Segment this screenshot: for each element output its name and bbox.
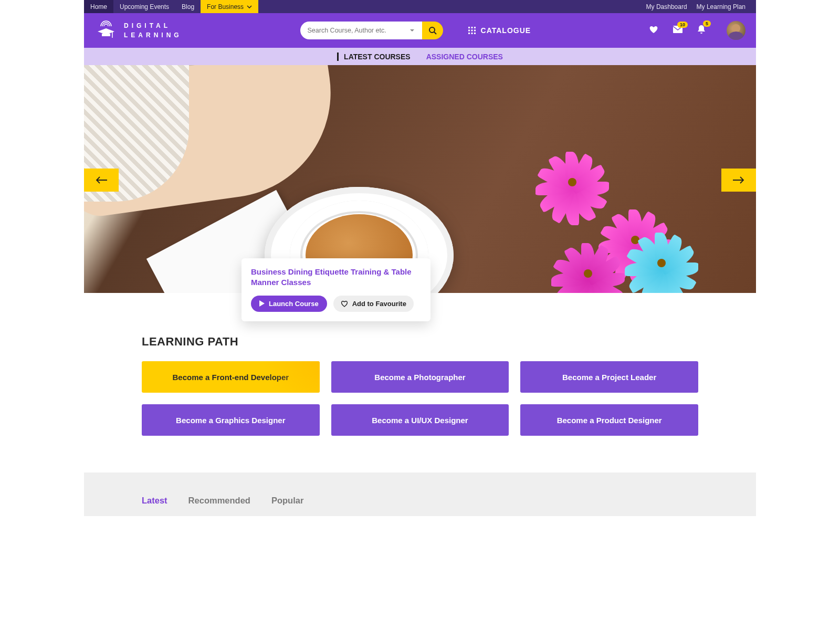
svg-rect-11 bbox=[471, 33, 472, 34]
topbar-left: Home Upcoming Events Blog For Business bbox=[84, 0, 258, 13]
notifications-button[interactable]: 5 bbox=[697, 25, 706, 36]
launch-course-label: Launch Course bbox=[269, 300, 319, 308]
path-card-uiux-designer[interactable]: Become a UI/UX Designer bbox=[331, 404, 509, 436]
avatar[interactable] bbox=[727, 21, 746, 40]
search bbox=[300, 22, 443, 39]
topbar-blog[interactable]: Blog bbox=[175, 0, 201, 13]
learning-path-heading: LEARNING PATH bbox=[142, 335, 698, 349]
heart-outline-icon bbox=[341, 300, 348, 307]
messages-badge: 10 bbox=[677, 22, 688, 28]
svg-rect-8 bbox=[471, 30, 472, 32]
topbar-home[interactable]: Home bbox=[84, 0, 113, 13]
path-card-photographer[interactable]: Become a Photographer bbox=[331, 361, 509, 393]
add-favourite-label: Add to Favourite bbox=[352, 300, 406, 308]
topbar-my-learning-plan[interactable]: My Learning Plan bbox=[697, 3, 746, 10]
search-box bbox=[300, 22, 422, 39]
logo[interactable]: DIGITAL LEARNING bbox=[94, 19, 182, 42]
arrow-right-icon bbox=[733, 176, 744, 184]
hero-course-title: Business Dining Etiquette Training & Tab… bbox=[251, 267, 421, 288]
notifications-badge: 5 bbox=[703, 20, 711, 27]
catalogue-label: CATALOGUE bbox=[481, 26, 531, 35]
chevron-down-icon bbox=[247, 5, 252, 8]
catalogue-link[interactable]: CATALOGUE bbox=[468, 26, 531, 35]
messages-button[interactable]: 10 bbox=[673, 26, 682, 35]
header-icons: 10 5 bbox=[649, 21, 746, 40]
svg-rect-12 bbox=[474, 33, 476, 34]
search-button[interactable] bbox=[422, 22, 443, 39]
filter-recommended[interactable]: Recommended bbox=[188, 496, 250, 506]
hero-flower bbox=[562, 235, 651, 293]
path-card-graphics-designer[interactable]: Become a Graphics Designer bbox=[142, 404, 320, 436]
svg-rect-9 bbox=[474, 30, 476, 32]
search-input[interactable] bbox=[308, 27, 410, 34]
launch-course-button[interactable]: Launch Course bbox=[251, 296, 327, 312]
topbar-my-dashboard[interactable]: My Dashboard bbox=[646, 3, 687, 10]
topbar: Home Upcoming Events Blog For Business M… bbox=[84, 0, 756, 13]
grid-icon bbox=[468, 27, 476, 34]
tab-latest-courses[interactable]: LATEST COURSES bbox=[337, 52, 411, 61]
svg-rect-4 bbox=[468, 27, 470, 28]
topbar-for-business-label: For Business bbox=[207, 3, 244, 10]
logo-text: DIGITAL LEARNING bbox=[124, 21, 182, 40]
svg-line-3 bbox=[434, 32, 436, 34]
logo-line2: LEARNING bbox=[124, 30, 182, 40]
add-favourite-button[interactable]: Add to Favourite bbox=[333, 296, 414, 312]
tab-assigned-courses[interactable]: ASSIGNED COURSES bbox=[426, 52, 503, 61]
search-icon bbox=[428, 26, 437, 35]
course-filter-section: Latest Recommended Popular bbox=[84, 472, 756, 516]
svg-rect-10 bbox=[468, 33, 470, 34]
path-card-frontend[interactable]: Become a Front-end Developer bbox=[142, 361, 320, 393]
path-card-product-designer[interactable]: Become a Product Designer bbox=[520, 404, 698, 436]
logo-line1: DIGITAL bbox=[124, 21, 182, 30]
svg-rect-0 bbox=[102, 34, 110, 36]
subnav: LATEST COURSES ASSIGNED COURSES bbox=[84, 48, 756, 65]
filter-tabs: Latest Recommended Popular bbox=[142, 496, 698, 506]
arrow-left-icon bbox=[96, 176, 107, 184]
caret-down-icon[interactable] bbox=[410, 29, 415, 32]
topbar-right: My Dashboard My Learning Plan bbox=[646, 0, 756, 13]
header: DIGITAL LEARNING CATALOGUE 10 5 bbox=[84, 13, 756, 48]
favourites-button[interactable] bbox=[649, 25, 658, 36]
heart-icon bbox=[649, 25, 658, 34]
svg-rect-6 bbox=[474, 27, 476, 28]
hero-card: Business Dining Etiquette Training & Tab… bbox=[242, 258, 430, 321]
filter-popular[interactable]: Popular bbox=[271, 496, 303, 506]
hero-prev-button[interactable] bbox=[84, 169, 119, 192]
svg-point-2 bbox=[429, 27, 435, 33]
path-card-project-leader[interactable]: Become a Project Leader bbox=[520, 361, 698, 393]
topbar-for-business[interactable]: For Business bbox=[201, 0, 258, 13]
hero-next-button[interactable] bbox=[721, 169, 756, 192]
svg-rect-7 bbox=[468, 30, 470, 32]
learning-path-grid: Become a Front-end Developer Become a Ph… bbox=[142, 361, 698, 436]
filter-latest[interactable]: Latest bbox=[142, 496, 167, 506]
play-icon bbox=[259, 300, 265, 307]
logo-icon bbox=[94, 19, 118, 42]
svg-rect-5 bbox=[471, 27, 472, 28]
topbar-upcoming-events[interactable]: Upcoming Events bbox=[113, 0, 175, 13]
